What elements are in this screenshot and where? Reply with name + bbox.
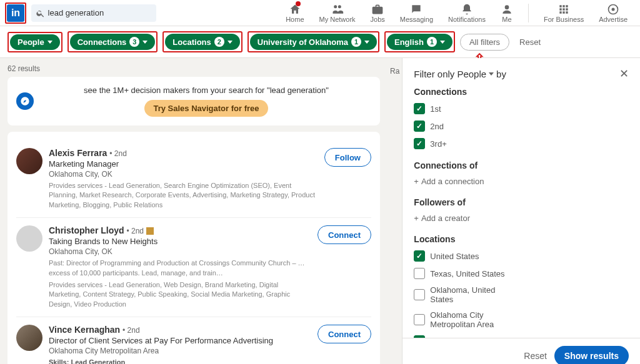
pill-label: University of Oklahoma bbox=[258, 37, 348, 47]
result-body: Vince Kernaghan • 2nd Director of Client… bbox=[49, 325, 311, 364]
checkbox-ok[interactable]: Oklahoma, United States bbox=[414, 285, 514, 304]
connect-button[interactable]: Connect bbox=[318, 325, 371, 343]
logo-highlight: in bbox=[5, 2, 26, 24]
promo-text: see the 1M+ decision makers from your se… bbox=[41, 86, 371, 117]
linkedin-logo[interactable]: in bbox=[7, 4, 24, 22]
pill-label: Connections bbox=[78, 37, 127, 47]
caret-down-icon bbox=[364, 41, 369, 44]
result-name[interactable]: Alexis Ferrara • 2nd bbox=[49, 148, 318, 158]
filter-connections[interactable]: Connections 3 bbox=[70, 34, 156, 50]
bell-icon bbox=[461, 3, 473, 16]
checkbox-okc[interactable]: Oklahoma City Metropolitan Area bbox=[414, 310, 514, 329]
pill-count: 2 bbox=[214, 37, 224, 47]
result-meta: Provides services - Lead Generation, Sea… bbox=[49, 181, 318, 210]
filter-panel: Filter only People by ✕ Connections 1st … bbox=[402, 58, 640, 364]
result-name[interactable]: Christopher Lloyd • 2nd bbox=[49, 225, 311, 235]
result-item[interactable]: Vince Kernaghan • 2nd Director of Client… bbox=[16, 317, 371, 364]
compass-icon bbox=[16, 92, 34, 110]
nav-messaging[interactable]: Messaging bbox=[400, 3, 433, 23]
reset-link[interactable]: Reset bbox=[519, 37, 541, 47]
result-item[interactable]: Alexis Ferrara • 2nd Marketing Manager O… bbox=[16, 140, 371, 217]
result-name[interactable]: Vince Kernaghan • 2nd bbox=[49, 325, 311, 335]
connect-button[interactable]: Connect bbox=[318, 225, 371, 244]
result-title: Marketing Manager bbox=[49, 159, 318, 169]
filter-language[interactable]: English 1 bbox=[387, 34, 452, 50]
close-icon[interactable]: ✕ bbox=[619, 67, 629, 81]
section-locations: Locations United States Texas, United St… bbox=[414, 234, 629, 338]
nav-me[interactable]: Me bbox=[501, 3, 513, 23]
result-item[interactable]: Christopher Lloyd • 2nd Taking Brands to… bbox=[16, 217, 371, 317]
add-connection-link[interactable]: + Add a connection bbox=[414, 177, 629, 186]
filter-people[interactable]: People bbox=[10, 34, 60, 50]
nav-jobs[interactable]: Jobs bbox=[371, 3, 385, 23]
checkbox-1st[interactable]: 1st bbox=[414, 103, 514, 114]
filter-school[interactable]: University of Oklahoma 1 bbox=[250, 34, 377, 50]
section-title: Connections bbox=[414, 87, 629, 97]
filter-locations[interactable]: Locations 2 bbox=[165, 34, 239, 50]
svg-point-0 bbox=[505, 5, 509, 9]
all-filters-button[interactable]: All filters bbox=[460, 34, 509, 51]
entity-selector[interactable]: People bbox=[457, 69, 494, 79]
checkbox-2nd[interactable]: 2nd bbox=[414, 121, 514, 132]
top-nav: Home My Network Jobs Messaging Notificat… bbox=[286, 3, 628, 23]
result-title: Taking Brands to New Heights bbox=[49, 237, 311, 246]
network-icon bbox=[331, 3, 344, 16]
header: in Home My Network Jobs Messaging Notifi… bbox=[0, 0, 640, 26]
grid-icon bbox=[558, 3, 570, 16]
nav-label: Me bbox=[502, 16, 511, 23]
result-body: Alexis Ferrara • 2nd Marketing Manager O… bbox=[49, 148, 318, 210]
result-location: Oklahoma City Metropolitan Area bbox=[49, 347, 311, 355]
filter-highlight: English 1 bbox=[384, 31, 455, 52]
pill-label: Locations bbox=[172, 37, 211, 47]
nav-label: Jobs bbox=[371, 16, 385, 23]
caret-down-icon bbox=[489, 72, 494, 76]
section-connections-of: Connections of + Add a connection bbox=[414, 160, 629, 186]
nav-notifications[interactable]: Notifications bbox=[448, 3, 486, 23]
nav-business[interactable]: For Business bbox=[544, 3, 584, 23]
result-body: Christopher Lloyd • 2nd Taking Brands to… bbox=[49, 225, 311, 309]
checkbox-icon bbox=[414, 289, 425, 300]
add-creator-link[interactable]: + Add a creator bbox=[414, 214, 629, 223]
avatar[interactable] bbox=[16, 148, 42, 174]
section-title: Locations bbox=[414, 234, 629, 244]
nav-label: For Business bbox=[544, 16, 584, 23]
show-results-button[interactable]: Show results bbox=[554, 346, 629, 364]
search-box[interactable] bbox=[31, 4, 156, 22]
checkbox-3rd[interactable]: 3rd+ bbox=[414, 138, 514, 149]
result-location: Oklahoma City, OK bbox=[49, 247, 311, 256]
checkbox-tx[interactable]: Texas, United States bbox=[414, 268, 514, 279]
checkbox-icon bbox=[414, 250, 425, 262]
avatar[interactable] bbox=[16, 325, 42, 351]
result-title: Director of Client Services at Pay For P… bbox=[49, 336, 311, 345]
search-icon bbox=[36, 9, 44, 17]
checkbox-icon bbox=[414, 121, 425, 132]
checkbox-icon bbox=[414, 268, 425, 279]
filter-highlight: Locations 2 bbox=[162, 31, 242, 52]
nav-network[interactable]: My Network bbox=[319, 3, 356, 23]
nav-advertise[interactable]: Advertise bbox=[599, 3, 628, 23]
promo-message: see the 1M+ decision makers from your se… bbox=[41, 86, 371, 95]
checkbox-us[interactable]: United States bbox=[414, 250, 514, 262]
panel-header: Filter only People by ✕ bbox=[402, 58, 640, 87]
results-card: Alexis Ferrara • 2nd Marketing Manager O… bbox=[8, 132, 380, 364]
follow-button[interactable]: Follow bbox=[324, 148, 371, 167]
notification-badge bbox=[296, 1, 301, 6]
avatar[interactable] bbox=[16, 225, 42, 252]
all-filters-wrap: All filters ⇧ bbox=[460, 34, 509, 51]
filter-highlight: People bbox=[8, 32, 62, 52]
section-title: Followers of bbox=[414, 197, 629, 207]
results-column: 62 results see the 1M+ decision makers f… bbox=[0, 58, 388, 364]
avatar-icon bbox=[501, 3, 513, 16]
panel-reset-button[interactable]: Reset bbox=[524, 351, 547, 361]
pill-count: 1 bbox=[351, 37, 361, 47]
promo-button[interactable]: Try Sales Navigator for free bbox=[144, 100, 268, 117]
search-input[interactable] bbox=[48, 8, 151, 17]
result-location: Oklahoma City, OK bbox=[49, 170, 318, 179]
section-title: Connections of bbox=[414, 160, 629, 170]
panel-by: by bbox=[496, 69, 506, 79]
pill-count: 3 bbox=[129, 37, 139, 47]
pill-label: People bbox=[18, 37, 44, 47]
panel-body[interactable]: Connections 1st 2nd 3rd+ Connections of … bbox=[402, 87, 640, 338]
nav-home[interactable]: Home bbox=[286, 3, 304, 23]
section-connections: Connections 1st 2nd 3rd+ bbox=[414, 87, 629, 149]
